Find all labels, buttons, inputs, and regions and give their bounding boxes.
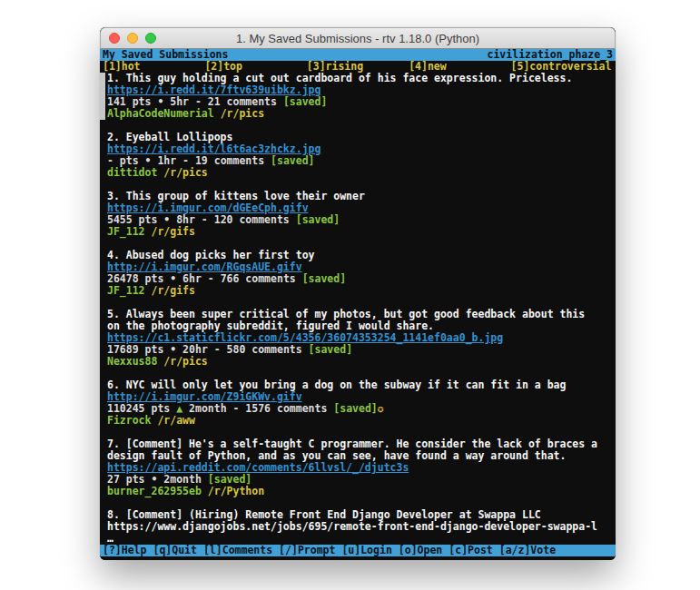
submission-6[interactable]: 6. NYC will only let you bring a dog on … [100, 379, 616, 427]
shortcut-post[interactable]: [c]Post [449, 545, 492, 556]
points: 26478 pts [107, 272, 170, 285]
minimize-window-button[interactable] [127, 33, 138, 44]
shortcut-prompt[interactable]: [/]Prompt [279, 545, 335, 556]
shortcut-vote[interactable]: [a/z]Vote [499, 545, 556, 556]
traffic-lights [109, 33, 156, 44]
author[interactable]: JF_112 [107, 284, 145, 297]
terminal-content: My Saved Submissions civilization_phaze_… [100, 49, 616, 560]
submission-title[interactable]: 7. [Comment] He's a self-taught C progra… [107, 438, 616, 462]
subreddit[interactable]: /r/pics [157, 166, 207, 179]
submission-7[interactable]: 7. [Comment] He's a self-taught C progra… [100, 438, 616, 497]
author[interactable]: dittidot [107, 166, 157, 179]
age-and-comments: 6hr - 766 comments [176, 272, 301, 285]
subreddit[interactable]: /r/pics [214, 107, 264, 120]
submission-5[interactable]: 5. Always been super critical of my phot… [100, 309, 616, 368]
saved-badge: [saved] [271, 154, 314, 167]
subreddit[interactable]: /r/gifs [145, 225, 195, 238]
author[interactable]: burner_262955eb [107, 485, 202, 497]
age-and-comments: 20hr - 580 comments [176, 343, 308, 356]
age-and-comments: 5hr - 21 comments [163, 95, 283, 108]
saved-badge: [saved] [333, 402, 377, 415]
submission-4[interactable]: 4. Abused dog picks her first toy http:/… [100, 250, 616, 297]
submission-list: 1. This guy holding a cut out cardboard … [100, 73, 616, 545]
subreddit[interactable]: /r/aww [151, 414, 194, 427]
submission-title[interactable]: 5. Always been super critical of my phot… [107, 309, 616, 332]
window-titlebar[interactable]: 1. My Saved Submissions - rtv 1.18.0 (Py… [100, 27, 616, 49]
submission-2[interactable]: 2. Eyeball Lollipops https://i.redd.it/l… [100, 132, 616, 179]
shortcut-quit[interactable]: [q]Quit [153, 545, 196, 556]
author[interactable]: Fizrock [107, 414, 151, 427]
saved-badge: [saved] [302, 272, 346, 285]
age-and-comments: 8hr - 120 comments [170, 213, 295, 226]
subreddit[interactable]: /r/pics [157, 355, 207, 368]
points: 141 pts [107, 95, 157, 108]
close-window-button[interactable] [109, 33, 120, 44]
shortcut-footer-bar: [?]Help [q]Quit [l]Comments [/]Prompt [u… [100, 545, 616, 556]
saved-badge: [saved] [296, 213, 340, 226]
author[interactable]: AlphaCodeNumerial [107, 107, 214, 120]
submission-1[interactable]: 1. This guy holding a cut out cardboard … [100, 73, 616, 120]
points: 110245 pts [107, 402, 176, 415]
submission-byline: burner_262955eb /r/Python [107, 486, 616, 497]
terminal-window: 1. My Saved Submissions - rtv 1.18.0 (Py… [100, 27, 616, 560]
saved-badge: [saved] [283, 95, 327, 108]
author[interactable]: Nexxus88 [107, 355, 157, 368]
submission-title-truncated[interactable]: 8. [Comment] (Hiring) Remote Front End D… [107, 509, 616, 545]
window-title: 1. My Saved Submissions - rtv 1.18.0 (Py… [236, 32, 479, 45]
points: 5455 pts [107, 213, 163, 226]
submission-8[interactable]: 8. [Comment] (Hiring) Remote Front End D… [100, 509, 616, 545]
submission-byline: JF_112 /r/gifs [107, 226, 616, 238]
saved-badge: [saved] [208, 473, 251, 486]
shortcut-comments[interactable]: [l]Comments [203, 545, 272, 556]
zoom-window-button[interactable] [145, 33, 156, 44]
submission-byline: dittidot /r/pics [107, 167, 616, 179]
subreddit[interactable]: /r/Python [202, 485, 264, 497]
submission-byline: AlphaCodeNumerial /r/pics [107, 108, 616, 120]
age-and-comments: 1hr - 19 comments [151, 154, 271, 167]
shortcut-open[interactable]: [o]Open [399, 545, 442, 556]
shortcut-login[interactable]: [u]Login [341, 545, 391, 556]
saved-badge: [saved] [309, 343, 352, 356]
shortcut-help[interactable]: [?]Help [103, 545, 146, 556]
points: 17689 pts [107, 343, 170, 356]
age: 2month [157, 473, 207, 486]
age-and-comments: 2month - 1576 comments [182, 402, 333, 415]
author[interactable]: JF_112 [107, 225, 145, 238]
gilded-icon: ✪ [378, 402, 384, 415]
points: 27 pts [107, 473, 151, 486]
submission-byline: Fizrock /r/aww [107, 415, 616, 427]
submission-3[interactable]: 3. This group of kittens love their owne… [100, 191, 616, 238]
submission-byline: Nexxus88 /r/pics [107, 356, 616, 368]
points: - pts [107, 154, 145, 167]
submission-byline: JF_112 /r/gifs [107, 285, 616, 297]
subreddit[interactable]: /r/gifs [145, 284, 195, 297]
